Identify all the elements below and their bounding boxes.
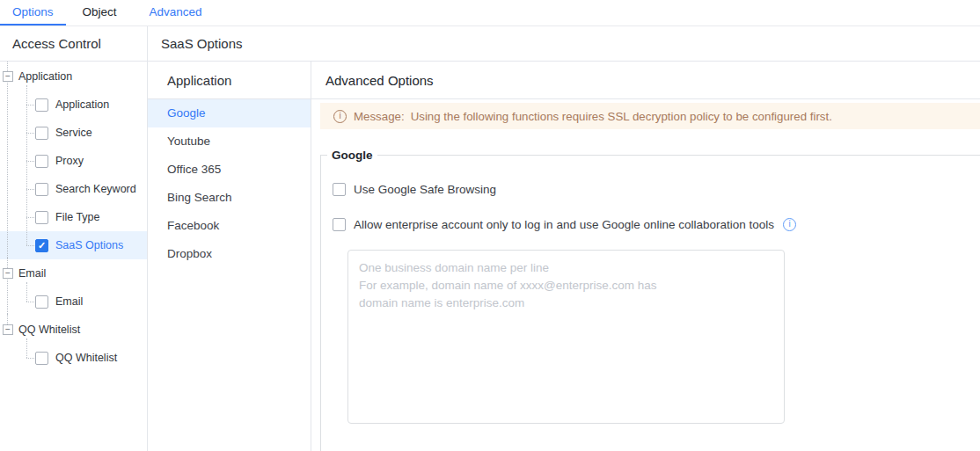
tree-root-qq-whitelist[interactable]: −QQ Whitelist [0,316,147,344]
tree-item-qq-whitelist[interactable]: QQ Whitelist [0,344,147,372]
tree-children: QQ Whitelist [0,344,147,372]
checkbox-unchecked-icon[interactable] [333,183,346,196]
app-list-item-facebook[interactable]: Facebook [148,212,311,240]
tree-children: Email [0,287,147,316]
advanced-options-header: Advanced Options [311,62,980,99]
access-control-tree: −ApplicationApplicationServiceProxySearc… [0,62,148,451]
application-list-panel: Application GoogleYoutubeOffice 365Bing … [148,62,311,451]
checkbox-unchecked-icon[interactable] [35,295,48,309]
tree-group-email: −EmailEmail [0,259,147,316]
application-list-header: Application [148,62,311,99]
checkbox-unchecked-icon[interactable] [35,155,48,168]
tree-root-application[interactable]: −Application [0,62,147,91]
message-prefix: Message: [354,110,405,123]
tab-bar: OptionsObjectAdvanced [0,0,980,26]
collapse-icon[interactable]: − [3,268,13,279]
app-list-item-youtube[interactable]: Youtube [148,127,311,156]
page-title: SaaS Options [148,26,980,61]
advanced-options-panel: Advanced Options i Message: Using the fo… [311,62,980,451]
app-list-item-bing-search[interactable]: Bing Search [148,184,311,212]
tree-group-application: −ApplicationApplicationServiceProxySearc… [0,62,147,259]
tree-item-label: Service [55,127,92,139]
tree-item-file-type[interactable]: File Type [0,203,147,231]
tree-root-email[interactable]: −Email [0,259,147,287]
tree-item-label: Email [55,295,83,308]
checkbox-unchecked-icon[interactable] [333,218,346,231]
application-list: GoogleYoutubeOffice 365Bing SearchFacebo… [148,99,311,268]
tree-item-proxy[interactable]: Proxy [0,147,147,175]
option-row-allow-enterprise-account-only-to-log-in-: Allow enterprise account only to log in … [321,215,980,233]
tree-root-label: Email [18,267,46,280]
tree-root-label: Application [18,70,72,83]
tree-item-email[interactable]: Email [0,287,147,316]
tree-item-label: SaaS Options [55,239,123,251]
ssl-message-banner: i Message: Using the following functions… [320,103,980,129]
tree-children: ApplicationServiceProxySearch KeywordFil… [0,91,147,259]
tree-item-service[interactable]: Service [0,119,147,147]
checkbox-unchecked-icon[interactable] [35,98,48,112]
tree-item-application[interactable]: Application [0,91,147,119]
checkbox-checked-icon[interactable]: ✓ [35,239,48,252]
google-options-group: Google Use Google Safe BrowsingAllow ent… [320,155,980,451]
tab-options[interactable]: Options [12,0,54,25]
tree-item-search-keyword[interactable]: Search Keyword [0,175,147,203]
google-group-legend: Google [327,149,377,162]
app-list-item-google[interactable]: Google [148,99,311,127]
left-panel-title: Access Control [0,26,148,61]
app-list-item-dropbox[interactable]: Dropbox [148,240,311,268]
checkbox-unchecked-icon[interactable] [35,127,48,140]
info-icon[interactable]: i [783,218,796,231]
tree-item-label: QQ Whitelist [55,352,117,364]
collapse-icon[interactable]: − [3,324,13,335]
collapse-icon[interactable]: − [3,71,13,82]
option-label: Use Google Safe Browsing [354,183,496,196]
tab-object[interactable]: Object [83,0,117,25]
tree-item-saas-options[interactable]: ✓SaaS Options [0,231,147,259]
checkbox-unchecked-icon[interactable] [35,183,48,196]
tab-advanced[interactable]: Advanced [150,0,202,25]
message-text: Using the following functions requires S… [411,110,832,123]
option-row-use-google-safe-browsing: Use Google Safe Browsing [321,180,980,198]
tree-item-label: File Type [55,211,100,223]
info-icon: i [333,110,347,123]
domain-textarea-wrap: One business domain name per line For ex… [347,250,785,424]
app-list-item-office-365[interactable]: Office 365 [148,156,311,184]
body: −ApplicationApplicationServiceProxySearc… [0,62,980,451]
panel-header-row: Access Control SaaS Options [0,26,980,62]
checkbox-unchecked-icon[interactable] [35,352,48,365]
tree-item-label: Application [55,98,109,111]
tree-root-label: QQ Whitelist [18,324,80,336]
business-domain-textarea[interactable] [347,250,785,424]
tree-item-label: Search Keyword [55,183,136,195]
tree-group-qq-whitelist: −QQ WhitelistQQ Whitelist [0,316,147,372]
checkbox-unchecked-icon[interactable] [35,211,48,224]
option-label: Allow enterprise account only to log in … [354,218,774,231]
tree-item-label: Proxy [55,155,84,167]
